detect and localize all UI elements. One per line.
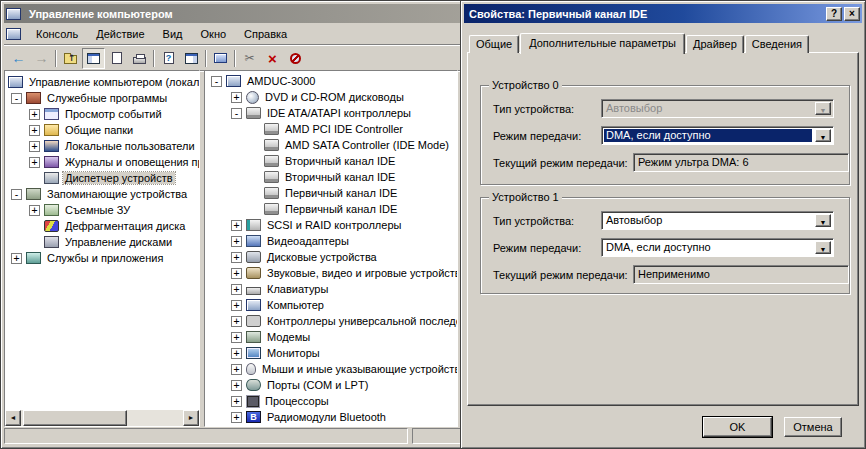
ide-controller-icon [264,123,279,135]
tree-item-services-apps[interactable]: + Службы и приложения [5,250,199,266]
expand-toggle[interactable]: + [231,412,242,423]
menu-view[interactable]: Вид [154,26,192,42]
tree-item-system-tools[interactable]: - Служебные программы [5,90,199,106]
device0-mode-combo[interactable]: DMA, если доступно [601,126,834,145]
device-item-video[interactable]: + Видеоадаптеры [205,233,457,249]
console-window-icon[interactable] [6,28,21,40]
expand-toggle[interactable]: + [231,92,242,103]
device-manager-button[interactable] [209,48,232,69]
device-item-label: Клавиатуры [265,283,330,295]
device-item-secondary-ide-2[interactable]: Вторичный канал IDE [205,169,457,185]
device-item-sound[interactable]: + Звуковые, видео и игровые устройства [205,265,457,281]
horizontal-scrollbar[interactable] [5,410,199,426]
expand-toggle[interactable]: + [231,220,242,231]
expand-toggle[interactable]: + [231,332,242,343]
tree-item-disk-management[interactable]: Управление дисками [5,234,199,250]
collapse-toggle[interactable]: - [11,93,22,104]
expand-toggle[interactable]: + [231,300,242,311]
expand-toggle[interactable]: + [231,252,242,263]
expand-toggle[interactable]: + [231,348,242,359]
cancel-button[interactable]: Отмена [784,417,842,437]
up-one-level-button[interactable] [59,48,82,69]
collapse-toggle[interactable]: - [11,189,22,200]
tree-item-performance-logs[interactable]: + Журналы и оповещения пр [5,154,199,170]
tab-general[interactable]: Общие [469,35,519,53]
tree-item-device-manager[interactable]: Диспетчер устройств [5,170,199,186]
dialog-titlebar[interactable]: Свойства: Первичный канал IDE ? × [464,4,862,23]
tree-item-event-viewer[interactable]: + Просмотр событий [5,106,199,122]
expand-toggle[interactable]: + [231,236,242,247]
expand-toggle[interactable]: + [29,109,40,120]
device-item-modems[interactable]: + Модемы [205,329,457,345]
device1-mode-combo[interactable]: DMA, если доступно [601,238,834,257]
help-topics-button[interactable]: ? [157,48,180,69]
dropdown-arrow-icon[interactable] [815,241,831,254]
expand-toggle[interactable]: + [231,316,242,327]
close-button[interactable]: × [844,7,860,21]
device-item-secondary-ide-1[interactable]: Вторичный канал IDE [205,153,457,169]
expand-toggle[interactable]: + [231,364,242,375]
forward-button[interactable]: → [30,48,53,69]
tree-item-shared-folders[interactable]: + Общие папки [5,122,199,138]
tree-item-computer-management[interactable]: Управление компьютером (локаль [5,74,199,90]
computer-icon [226,75,241,87]
scroll-right-button[interactable] [183,410,199,426]
menu-console[interactable]: Консоль [27,26,87,42]
device-item-root[interactable]: - AMDUC-3000 [205,73,457,89]
expand-toggle[interactable]: + [11,253,22,264]
device-item-processors[interactable]: + Процессоры [205,393,457,409]
collapse-toggle[interactable]: - [211,76,222,87]
uninstall-device-button[interactable]: × [261,48,284,69]
action-pane-icon [185,53,198,64]
device-item-ide-controllers[interactable]: - IDE ATA/ATAPI контроллеры [205,105,457,121]
scrollbar-thumb[interactable] [23,410,127,426]
tab-advanced-settings[interactable]: Дополнительные параметры [520,33,685,54]
disable-device-button[interactable]: ✂ [238,48,261,69]
expand-toggle[interactable]: + [231,268,242,279]
device-item-primary-ide-1[interactable]: Первичный канал IDE [205,185,457,201]
scroll-left-button[interactable] [5,410,21,426]
tree-item-removable-storage[interactable]: + Съемные ЗУ [5,202,199,218]
expand-toggle[interactable]: + [231,284,242,295]
device-item-amd-pci-ide[interactable]: AMD PCI IDE Controller [205,121,457,137]
expand-toggle[interactable]: + [231,396,242,407]
device-item-monitors[interactable]: + Мониторы [205,345,457,361]
tree-item-local-users[interactable]: + Локальные пользователи [5,138,199,154]
properties-button[interactable] [105,48,128,69]
device-item-computer[interactable]: + Компьютер [205,297,457,313]
expand-toggle[interactable]: + [29,125,40,136]
help-button[interactable]: ? [826,7,842,21]
tab-details[interactable]: Сведения [745,35,809,53]
device-item-primary-ide-2[interactable]: Первичный канал IDE [205,201,457,217]
scan-hardware-button[interactable] [284,48,307,69]
menu-window[interactable]: Окно [192,26,236,42]
expand-toggle[interactable]: + [231,380,242,391]
device-item-usb-controllers[interactable]: + Контроллеры универсальной последов [205,313,457,329]
tab-driver[interactable]: Драйвер [686,35,744,53]
collapse-toggle[interactable]: - [231,108,242,119]
expand-toggle[interactable]: + [29,205,40,216]
back-button[interactable]: ← [7,48,30,69]
expand-toggle[interactable]: + [29,157,40,168]
device-item-scsi[interactable]: + SCSI и RAID контроллеры [205,217,457,233]
device-item-ports[interactable]: + Порты (COM и LPT) [205,377,457,393]
show-hide-tree-button[interactable] [82,48,105,69]
device-item-mice[interactable]: + Мыши и иные указывающие устройств [205,361,457,377]
device1-type-combo[interactable]: Автовыбор [601,211,834,230]
dropdown-arrow-icon[interactable] [815,129,831,142]
device-item-disk-drives[interactable]: + Дисковые устройства [205,249,457,265]
menu-help[interactable]: Справка [235,26,296,42]
tree-item-storage[interactable]: - Запоминающие устройства [5,186,199,202]
device-item-dvd[interactable]: + DVD и CD-ROM дисководы [205,89,457,105]
print-button[interactable] [128,48,151,69]
expand-toggle[interactable]: + [29,141,40,152]
dropdown-arrow-icon[interactable] [815,214,831,227]
device1-mode-label: Режим передачи: [493,242,581,254]
show-hide-pane-button[interactable] [180,48,203,69]
device-item-bluetooth[interactable]: + Радиомодули Bluetooth [205,409,457,425]
device-item-amd-sata[interactable]: AMD SATA Controller (IDE Mode) [205,137,457,153]
ok-button[interactable]: OK [703,417,772,437]
tree-item-defragmenter[interactable]: Дефрагментация диска [5,218,199,234]
device-item-keyboards[interactable]: + Клавиатуры [205,281,457,297]
menu-action[interactable]: Действие [87,26,153,42]
